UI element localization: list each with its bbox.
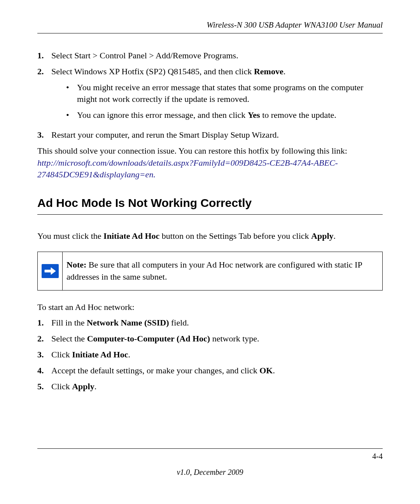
text-run: Accept the default settings, or make you… <box>51 366 259 375</box>
list-number: 2. <box>37 66 51 125</box>
hotfix-link[interactable]: http://microsoft.com/downloads/details.a… <box>37 158 338 180</box>
sub-list: • You might receive an error message tha… <box>51 82 383 121</box>
list-number: 2. <box>37 333 51 345</box>
list-item: 3. Restart your computer, and rerun the … <box>37 129 383 141</box>
text-run: Select the <box>51 334 87 343</box>
page-footer: 4-4 v1.0, December 2009 <box>37 448 383 477</box>
list-text: Select Windows XP Hotfix (SP2) Q815485, … <box>51 66 383 125</box>
list-text: Restart your computer, and rerun the Sma… <box>51 129 383 141</box>
list-item: 2. Select Windows XP Hotfix (SP2) Q81548… <box>37 66 383 125</box>
bold-text: Initiate Ad Hoc <box>72 350 128 359</box>
list-item: 1. Select Start > Control Panel > Add/Re… <box>37 50 383 62</box>
bullet: • <box>66 109 77 121</box>
note-text: Note: Be sure that all computers in your… <box>63 252 382 290</box>
bold-text: Network Name (SSID) <box>87 318 169 327</box>
bold-text: Computer-to-Computer (Ad Hoc) <box>87 334 210 343</box>
manual-title-header: Wireless-N 300 USB Adapter WNA3100 User … <box>37 20 383 33</box>
text-run: button on the Settings Tab before you cl… <box>159 231 311 241</box>
list-number: 1. <box>37 50 51 62</box>
list-text: You can ignore this error message, and t… <box>77 109 383 121</box>
text-run: . <box>153 170 156 179</box>
list-text: Select the Computer-to-Computer (Ad Hoc)… <box>51 333 383 345</box>
arrow-right-icon <box>42 264 59 278</box>
ordered-list-1: 1. Select Start > Control Panel > Add/Re… <box>37 50 383 141</box>
ordered-list-2: 1. Fill in the Network Name (SSID) field… <box>37 317 383 392</box>
list-text: You might receive an error message that … <box>77 82 383 106</box>
text-run: Fill in the <box>51 318 87 327</box>
bold-text: Yes <box>248 110 260 120</box>
list-text: Select Start > Control Panel > Add/Remov… <box>51 50 383 62</box>
bold-text: Apply <box>311 231 333 241</box>
text-run: Be sure that all computers in your Ad Ho… <box>66 260 362 282</box>
text-run: . <box>128 350 130 359</box>
text-run: network type. <box>210 334 259 343</box>
text-run: . <box>94 382 97 391</box>
bold-text: Apply <box>72 382 94 391</box>
body-content: 1. Select Start > Control Panel > Add/Re… <box>37 50 383 392</box>
list-number: 3. <box>37 349 51 361</box>
page-number: 4-4 <box>37 452 383 461</box>
paragraph: To start an Ad Hoc network: <box>37 301 383 313</box>
list-text: Click Apply. <box>51 381 383 393</box>
text-run: You can ignore this error message, and t… <box>77 110 248 120</box>
list-number: 5. <box>37 381 51 393</box>
list-item: • You might receive an error message tha… <box>66 82 383 106</box>
list-item: • You can ignore this error message, and… <box>66 109 383 121</box>
footer-rule <box>37 448 383 449</box>
text-run: Click <box>51 382 72 391</box>
bold-text: Initiate Ad Hoc <box>103 231 159 241</box>
list-item: 5. Click Apply. <box>37 381 383 393</box>
note-box: Note: Be sure that all computers in your… <box>37 252 383 290</box>
text-run: Click <box>51 350 72 359</box>
text-run: This should solve your connection issue.… <box>37 146 347 156</box>
list-item: 2. Select the Computer-to-Computer (Ad H… <box>37 333 383 345</box>
text-run: . <box>273 366 275 375</box>
list-text: Fill in the Network Name (SSID) field. <box>51 317 383 329</box>
footer-version: v1.0, December 2009 <box>37 468 383 477</box>
list-number: 3. <box>37 129 51 141</box>
text-run: . <box>334 231 336 241</box>
section-heading: Ad Hoc Mode Is Not Working Correctly <box>37 195 383 215</box>
list-item: 3. Click Initiate Ad Hoc. <box>37 349 383 361</box>
list-item: 1. Fill in the Network Name (SSID) field… <box>37 317 383 329</box>
text-run: field. <box>169 318 189 327</box>
list-text: Click Initiate Ad Hoc. <box>51 349 383 361</box>
note-icon-cell <box>38 252 63 290</box>
bullet: • <box>66 82 77 106</box>
text-run: Select Windows XP Hotfix (SP2) Q815485, … <box>51 66 254 76</box>
paragraph: This should solve your connection issue.… <box>37 145 383 181</box>
paragraph: You must click the Initiate Ad Hoc butto… <box>37 230 383 242</box>
list-item: 4. Accept the default settings, or make … <box>37 365 383 377</box>
note-label: Note: <box>66 260 86 270</box>
text-run: You must click the <box>37 231 103 241</box>
text-run: to remove the update. <box>260 110 336 120</box>
list-number: 1. <box>37 317 51 329</box>
text-run: . <box>284 66 286 76</box>
list-number: 4. <box>37 365 51 377</box>
list-text: Accept the default settings, or make you… <box>51 365 383 377</box>
bold-text: Remove <box>254 66 284 76</box>
bold-text: OK <box>259 366 273 375</box>
